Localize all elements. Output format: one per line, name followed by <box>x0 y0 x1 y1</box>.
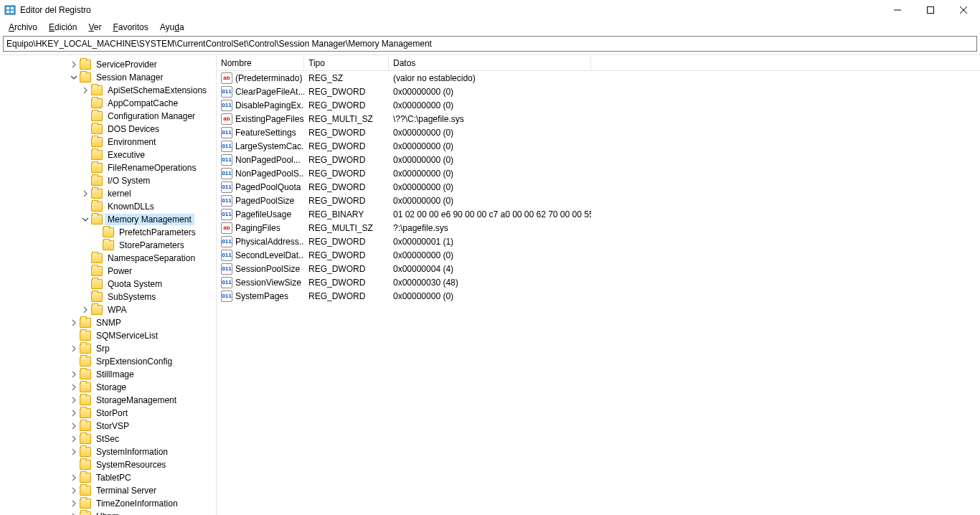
value-row[interactable]: 011PagefileUsageREG_BINARY01 02 00 00 e6… <box>217 207 980 221</box>
svg-rect-4 <box>11 11 14 13</box>
tree-item[interactable]: Memory Management <box>0 213 216 226</box>
value-row[interactable]: ab(Predeterminado)REG_SZ(valor no establ… <box>217 71 980 85</box>
tree-item[interactable]: FileRenameOperations <box>0 161 216 174</box>
value-row[interactable]: 011SecondLevelDat...REG_DWORD0x00000000 … <box>217 248 980 262</box>
close-button[interactable] <box>947 0 980 20</box>
chevron-right-icon[interactable] <box>69 473 79 483</box>
value-name: SecondLevelDat... <box>235 250 304 260</box>
value-row[interactable]: 011SystemPagesREG_DWORD0x00000000 (0) <box>217 289 980 303</box>
value-row[interactable]: 011NonPagedPool...REG_DWORD0x00000000 (0… <box>217 153 980 166</box>
tree-item[interactable]: PrefetchParameters <box>0 226 216 239</box>
tree-item[interactable]: StoreParameters <box>0 239 216 252</box>
tree-item[interactable]: AppCompatCache <box>0 97 216 110</box>
tree-item[interactable]: Session Manager <box>0 71 216 84</box>
value-name: PagedPoolSize <box>235 196 294 206</box>
tree-item[interactable]: ServiceProvider <box>0 58 216 71</box>
value-row[interactable]: 011PagedPoolSizeREG_DWORD0x00000000 (0) <box>217 194 980 207</box>
minimize-button[interactable] <box>881 0 914 20</box>
value-row[interactable]: abPagingFilesREG_MULTI_SZ?:\pagefile.sys <box>217 221 980 235</box>
menu-ayuda[interactable]: Ayuda <box>154 22 190 33</box>
tree-item[interactable]: I/O System <box>0 174 216 187</box>
menu-favoritos[interactable]: Favoritos <box>107 22 154 33</box>
tree-item[interactable]: StorageManagement <box>0 394 216 407</box>
value-type: REG_DWORD <box>304 278 389 288</box>
tree-item[interactable]: Ubpm <box>0 510 216 515</box>
value-row[interactable]: 011ClearPageFileAt...REG_DWORD0x00000000… <box>217 85 980 98</box>
chevron-right-icon[interactable] <box>69 382 79 392</box>
menu-edición[interactable]: Edición <box>43 22 83 33</box>
tree-item[interactable]: Environment <box>0 136 216 148</box>
tree-item[interactable]: SNMP <box>0 316 216 329</box>
value-row[interactable]: 011SessionViewSizeREG_DWORD0x00000030 (4… <box>217 275 980 289</box>
svg-rect-6 <box>928 6 934 13</box>
value-row[interactable]: 011DisablePagingEx...REG_DWORD0x00000000… <box>217 98 980 112</box>
chevron-right-icon[interactable] <box>69 499 79 509</box>
chevron-right-icon[interactable] <box>69 395 79 405</box>
folder-icon <box>80 60 91 70</box>
tree-item[interactable]: SrpExtensionConfig <box>0 355 216 368</box>
chevron-right-icon[interactable] <box>69 369 79 379</box>
tree-item[interactable]: Srp <box>0 342 216 355</box>
tree-item[interactable]: KnownDLLs <box>0 200 216 213</box>
chevron-right-icon[interactable] <box>80 85 90 95</box>
tree-item[interactable]: Quota System <box>0 278 216 290</box>
tree-item[interactable]: SubSystems <box>0 290 216 303</box>
list-body[interactable]: ab(Predeterminado)REG_SZ(valor no establ… <box>217 71 980 515</box>
chevron-right-icon[interactable] <box>69 60 79 70</box>
address-bar[interactable]: Equipo\HKEY_LOCAL_MACHINE\SYSTEM\Current… <box>3 36 977 52</box>
tree-scroll[interactable]: ServiceProviderSession ManagerApiSetSche… <box>0 55 216 515</box>
tree-item[interactable]: DOS Devices <box>0 123 216 136</box>
tree-item[interactable]: StSec <box>0 433 216 445</box>
binary-value-icon: 011 <box>221 277 232 288</box>
chevron-right-icon[interactable] <box>80 189 90 199</box>
chevron-right-icon[interactable] <box>69 408 79 418</box>
value-row[interactable]: 011NonPagedPoolS...REG_DWORD0x00000000 (… <box>217 166 980 180</box>
value-type: REG_DWORD <box>304 291 389 301</box>
tree-item[interactable]: TabletPC <box>0 471 216 484</box>
menu-ver[interactable]: Ver <box>83 22 107 33</box>
tree-item[interactable]: StorPort <box>0 407 216 420</box>
chevron-down-icon[interactable] <box>80 214 90 225</box>
tree-item-label: TimeZoneInformation <box>94 499 180 509</box>
tree-item[interactable]: StorVSP <box>0 420 216 433</box>
tree-item[interactable]: SystemInformation <box>0 445 216 458</box>
tree-item[interactable]: Configuration Manager <box>0 110 216 123</box>
value-row[interactable]: 011PagedPoolQuotaREG_DWORD0x00000000 (0) <box>217 180 980 194</box>
value-row[interactable]: 011LargeSystemCac...REG_DWORD0x00000000 … <box>217 139 980 153</box>
tree-item[interactable]: NamespaceSeparation <box>0 252 216 265</box>
chevron-right-icon[interactable] <box>69 344 79 354</box>
binary-value-icon: 011 <box>221 168 232 179</box>
maximize-button[interactable] <box>914 0 947 20</box>
col-header-data[interactable]: Datos <box>389 56 591 70</box>
value-row[interactable]: 011SessionPoolSizeREG_DWORD0x00000004 (4… <box>217 262 980 275</box>
tree-item[interactable]: SQMServiceList <box>0 329 216 342</box>
tree-item[interactable]: TimeZoneInformation <box>0 497 216 510</box>
tree-item[interactable]: StillImage <box>0 368 216 381</box>
chevron-right-icon[interactable] <box>69 511 79 515</box>
tree-item-label: SystemResources <box>94 460 168 470</box>
tree-item[interactable]: Executive <box>0 148 216 161</box>
chevron-right-icon[interactable] <box>69 486 79 496</box>
chevron-right-icon[interactable] <box>69 434 79 444</box>
chevron-right-icon[interactable] <box>69 318 79 328</box>
value-row[interactable]: abExistingPageFilesREG_MULTI_SZ\??\C:\pa… <box>217 112 980 126</box>
tree-item[interactable]: kernel <box>0 187 216 200</box>
chevron-right-icon[interactable] <box>80 305 90 315</box>
tree-item[interactable]: SystemResources <box>0 458 216 471</box>
col-header-name[interactable]: Nombre <box>217 56 304 70</box>
value-row[interactable]: 011FeatureSettingsREG_DWORD0x00000000 (0… <box>217 126 980 139</box>
menu-archivo[interactable]: Archivo <box>3 22 43 33</box>
value-row[interactable]: 011PhysicalAddress...REG_DWORD0x00000001… <box>217 235 980 248</box>
chevron-right-icon[interactable] <box>69 421 79 431</box>
value-name-cell: ab(Predeterminado) <box>217 72 304 84</box>
tree-item[interactable]: Power <box>0 265 216 278</box>
tree-item[interactable]: Terminal Server <box>0 484 216 497</box>
chevron-down-icon[interactable] <box>69 72 79 82</box>
col-header-type[interactable]: Tipo <box>304 56 389 70</box>
tree-item[interactable]: ApiSetSchemaExtensions <box>0 84 216 97</box>
chevron-right-icon[interactable] <box>69 447 79 457</box>
tree-item[interactable]: Storage <box>0 381 216 394</box>
tree-item[interactable]: WPA <box>0 303 216 316</box>
binary-value-icon: 011 <box>221 290 232 302</box>
value-name: PagefileUsage <box>235 209 291 219</box>
